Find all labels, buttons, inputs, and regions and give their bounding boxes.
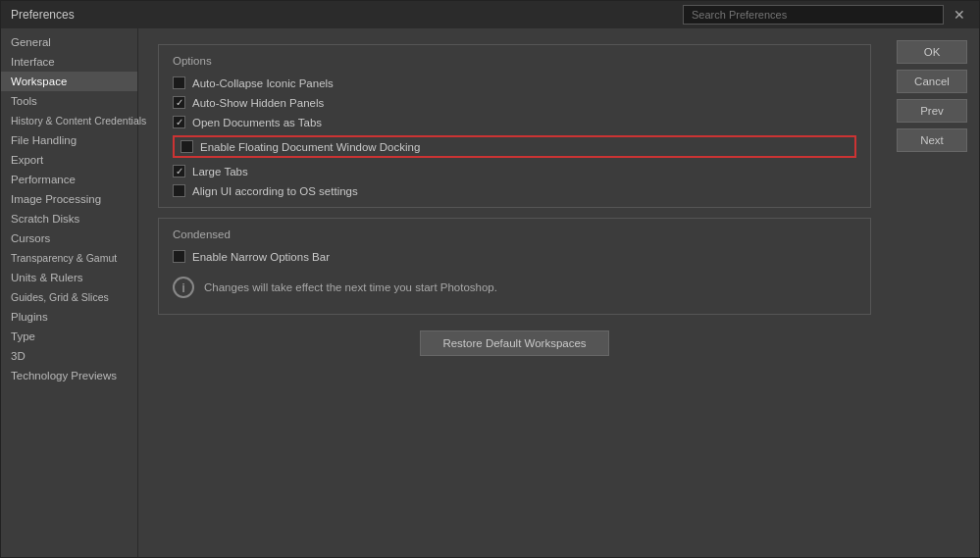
prev-button[interactable]: Prev — [897, 99, 967, 123]
label-align-ui: Align UI according to OS settings — [192, 185, 358, 197]
option-align-ui: Align UI according to OS settings — [173, 184, 856, 197]
sidebar-item-file-handling[interactable]: File Handling — [1, 130, 137, 150]
checkbox-auto-collapse[interactable] — [173, 76, 185, 89]
option-auto-collapse: Auto-Collapse Iconic Panels — [173, 76, 856, 89]
close-button[interactable]: ✕ — [950, 8, 969, 22]
condensed-section-label: Condensed — [173, 228, 856, 240]
sidebar-item-scratch-disks[interactable]: Scratch Disks — [1, 209, 137, 228]
option-large-tabs: Large Tabs — [173, 165, 856, 178]
preferences-dialog: Preferences ✕ General Interface Workspac… — [0, 0, 980, 558]
content-area: Options Auto-Collapse Iconic Panels Auto… — [138, 28, 891, 557]
info-icon: i — [173, 277, 194, 298]
sidebar-item-cursors[interactable]: Cursors — [1, 228, 137, 248]
label-narrow-bar: Enable Narrow Options Bar — [192, 251, 330, 263]
condensed-section: Condensed Enable Narrow Options Bar i Ch… — [158, 218, 871, 315]
info-text: Changes will take effect the next time y… — [204, 281, 497, 293]
checkbox-floating-doc[interactable] — [181, 140, 193, 153]
sidebar-item-3d[interactable]: 3D — [1, 346, 137, 366]
checkbox-auto-show[interactable] — [173, 96, 185, 109]
info-row: i Changes will take effect the next time… — [173, 271, 856, 304]
dialog-title: Preferences — [11, 8, 75, 22]
label-auto-show: Auto-Show Hidden Panels — [192, 97, 324, 109]
sidebar-item-transparency-gamut[interactable]: Transparency & Gamut — [1, 248, 137, 268]
options-section-label: Options — [173, 55, 856, 67]
checkbox-narrow-bar[interactable] — [173, 250, 185, 263]
label-large-tabs: Large Tabs — [192, 166, 248, 178]
label-floating-doc: Enable Floating Document Window Docking — [200, 141, 420, 153]
option-floating-doc: Enable Floating Document Window Docking — [173, 135, 856, 158]
sidebar-item-units-rulers[interactable]: Units & Rulers — [1, 268, 137, 287]
search-input[interactable] — [683, 5, 944, 25]
main-content: General Interface Workspace Tools Histor… — [1, 28, 979, 557]
sidebar-item-type[interactable]: Type — [1, 327, 137, 346]
sidebar-item-plugins[interactable]: Plugins — [1, 307, 137, 327]
sidebar-item-interface[interactable]: Interface — [1, 52, 137, 72]
checkbox-align-ui[interactable] — [173, 184, 185, 197]
sidebar-item-history[interactable]: History & Content Credentials — [1, 111, 137, 130]
ok-button[interactable]: OK — [897, 40, 967, 64]
checkbox-open-docs[interactable] — [173, 116, 185, 128]
right-panel: Options Auto-Collapse Iconic Panels Auto… — [138, 28, 891, 557]
title-bar-right: ✕ — [683, 5, 969, 25]
sidebar: General Interface Workspace Tools Histor… — [1, 28, 138, 557]
sidebar-item-tools[interactable]: Tools — [1, 91, 137, 111]
sidebar-item-guides-grid[interactable]: Guides, Grid & Slices — [1, 287, 137, 307]
sidebar-item-export[interactable]: Export — [1, 150, 137, 170]
next-button[interactable]: Next — [897, 128, 967, 152]
sidebar-item-image-processing[interactable]: Image Processing — [1, 189, 137, 209]
label-auto-collapse: Auto-Collapse Iconic Panels — [192, 77, 334, 89]
cancel-button[interactable]: Cancel — [897, 70, 967, 93]
option-auto-show: Auto-Show Hidden Panels — [173, 96, 856, 109]
option-open-docs: Open Documents as Tabs — [173, 116, 856, 128]
title-bar: Preferences ✕ — [1, 1, 979, 28]
label-open-docs: Open Documents as Tabs — [192, 117, 322, 128]
button-column: OK Cancel Prev Next — [891, 28, 979, 557]
checkbox-large-tabs[interactable] — [173, 165, 185, 178]
sidebar-item-performance[interactable]: Performance — [1, 170, 137, 189]
sidebar-item-workspace[interactable]: Workspace — [1, 72, 137, 91]
option-narrow-bar: Enable Narrow Options Bar — [173, 250, 856, 263]
sidebar-item-technology-previews[interactable]: Technology Previews — [1, 366, 137, 385]
options-section: Options Auto-Collapse Iconic Panels Auto… — [158, 44, 871, 208]
sidebar-item-general[interactable]: General — [1, 32, 137, 52]
restore-default-workspaces-button[interactable]: Restore Default Workspaces — [420, 330, 608, 356]
